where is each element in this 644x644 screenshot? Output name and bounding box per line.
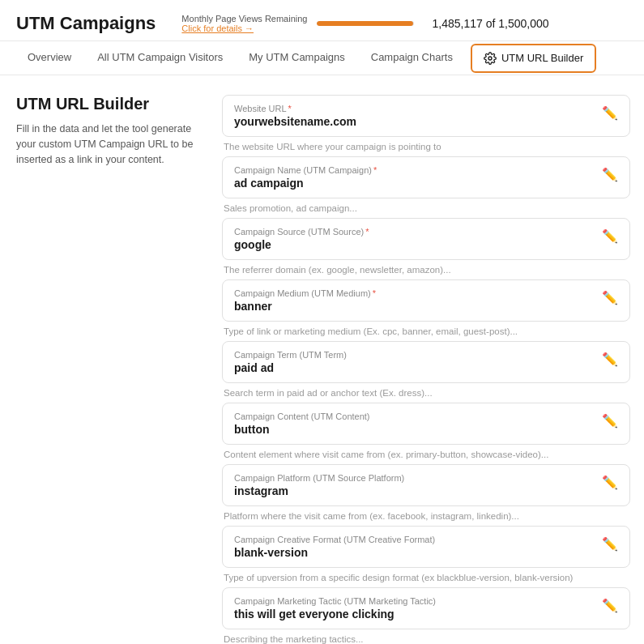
gear-icon [484, 52, 497, 65]
field-label-campaign-source: Campaign Source (UTM Source)* [234, 227, 595, 237]
field-campaign-creative-format: Campaign Creative Format (UTM Creative F… [222, 526, 630, 568]
field-value-campaign-content: button [234, 423, 595, 436]
field-label-campaign-medium: Campaign Medium (UTM Medium)* [234, 288, 595, 298]
field-value-website-url: yourwebsitename.com [234, 115, 595, 128]
field-hint-campaign-creative-format: Type of upversion from a specific design… [224, 573, 630, 582]
left-panel: UTM URL Builder Fill in the data and let… [16, 95, 203, 644]
field-hint-campaign-content: Content element where visit came from (e… [224, 450, 630, 459]
field-inner-campaign-platform: Campaign Platform (UTM Source Platform) … [234, 473, 595, 497]
field-inner-campaign-content: Campaign Content (UTM Content) button [234, 412, 595, 436]
field-campaign-marketing-tactic: Campaign Marketing Tactic (UTM Marketing… [222, 587, 630, 629]
nav: Overview All UTM Campaign Visitors My UT… [0, 41, 644, 75]
field-inner-campaign-source: Campaign Source (UTM Source)* google [234, 227, 595, 251]
edit-icon-campaign-content[interactable]: ✏️ [595, 413, 618, 429]
builder-title: UTM URL Builder [16, 95, 203, 113]
field-value-campaign-creative-format: blank-version [234, 546, 595, 559]
field-hint-website-url: The website URL where your campaign is p… [224, 142, 630, 151]
field-hint-campaign-platform: Platform where the visit came from (ex. … [224, 511, 630, 521]
field-hint-campaign-marketing-tactic: Describing the marketing tactics... [224, 634, 630, 644]
page-views-block: Monthly Page Views Remaining Click for d… [181, 14, 307, 33]
progress-wrap: 1,485,117 of 1,500,000 [317, 17, 548, 30]
field-inner-campaign-marketing-tactic: Campaign Marketing Tactic (UTM Marketing… [234, 596, 595, 621]
field-label-campaign-creative-format: Campaign Creative Format (UTM Creative F… [234, 535, 595, 544]
edit-icon-campaign-platform[interactable]: ✏️ [595, 475, 618, 490]
header: UTM Campaigns Monthly Page Views Remaini… [0, 0, 644, 41]
field-inner-website-url: Website URL* yourwebsitename.com [234, 104, 595, 128]
field-inner-campaign-creative-format: Campaign Creative Format (UTM Creative F… [234, 535, 595, 559]
field-value-campaign-medium: banner [234, 300, 595, 313]
field-value-campaign-source: google [234, 238, 595, 251]
field-campaign-platform: Campaign Platform (UTM Source Platform) … [222, 464, 630, 506]
field-hint-campaign-source: The referrer domain (ex. google, newslet… [224, 265, 630, 275]
field-hint-campaign-name: Sales promotion, ad campaign... [224, 203, 630, 213]
field-inner-campaign-term: Campaign Term (UTM Term) paid ad [234, 350, 595, 374]
edit-icon-campaign-source[interactable]: ✏️ [595, 228, 618, 244]
field-website-url: Website URL* yourwebsitename.com ✏️ [222, 95, 630, 137]
field-campaign-term: Campaign Term (UTM Term) paid ad ✏️ [222, 341, 630, 383]
field-value-campaign-marketing-tactic: this will get everyone clicking [234, 608, 595, 621]
app-title: UTM Campaigns [16, 13, 156, 34]
page-views-count: 1,485,117 of 1,500,000 [432, 17, 548, 30]
field-hint-campaign-term: Search term in paid ad or anchor text (E… [224, 388, 630, 398]
field-campaign-source: Campaign Source (UTM Source)* google ✏️ [222, 218, 630, 260]
field-value-campaign-name: ad campaign [234, 177, 595, 190]
field-label-campaign-term: Campaign Term (UTM Term) [234, 350, 595, 360]
field-campaign-content: Campaign Content (UTM Content) button ✏️ [222, 403, 630, 445]
field-label-campaign-marketing-tactic: Campaign Marketing Tactic (UTM Marketing… [234, 596, 595, 606]
edit-icon-campaign-creative-format[interactable]: ✏️ [595, 536, 618, 552]
right-panel: Website URL* yourwebsitename.com ✏️ The … [222, 95, 630, 644]
edit-icon-website-url[interactable]: ✏️ [595, 105, 618, 121]
edit-icon-campaign-marketing-tactic[interactable]: ✏️ [595, 598, 618, 613]
page-views-label: Monthly Page Views Remaining [181, 14, 307, 23]
field-inner-campaign-name: Campaign Name (UTM Campaign)* ad campaig… [234, 165, 595, 190]
nav-item-all-visitors[interactable]: All UTM Campaign Visitors [86, 41, 234, 75]
edit-icon-campaign-name[interactable]: ✏️ [595, 167, 618, 182]
field-label-website-url: Website URL* [234, 104, 595, 113]
page-views-link[interactable]: Click for details → [181, 23, 307, 33]
nav-item-utm-label: UTM URL Builder [501, 52, 583, 64]
progress-bar-fill [317, 21, 413, 26]
field-inner-campaign-medium: Campaign Medium (UTM Medium)* banner [234, 288, 595, 313]
field-label-campaign-platform: Campaign Platform (UTM Source Platform) [234, 473, 595, 483]
field-value-campaign-platform: instagram [234, 484, 595, 497]
progress-bar [317, 21, 414, 26]
field-campaign-medium: Campaign Medium (UTM Medium)* banner ✏️ [222, 279, 630, 322]
field-hint-campaign-medium: Type of link or marketing medium (Ex. cp… [224, 326, 630, 336]
field-value-campaign-term: paid ad [234, 361, 595, 374]
field-campaign-name: Campaign Name (UTM Campaign)* ad campaig… [222, 156, 630, 198]
edit-icon-campaign-medium[interactable]: ✏️ [595, 290, 618, 305]
field-label-campaign-content: Campaign Content (UTM Content) [234, 412, 595, 421]
edit-icon-campaign-term[interactable]: ✏️ [595, 352, 618, 367]
content: UTM URL Builder Fill in the data and let… [0, 75, 644, 644]
nav-item-utm-url-builder[interactable]: UTM URL Builder [471, 44, 596, 73]
svg-point-0 [488, 57, 492, 60]
nav-item-my-campaigns[interactable]: My UTM Campaigns [237, 41, 356, 75]
builder-description: Fill in the data and let the tool genera… [16, 122, 203, 167]
field-label-campaign-name: Campaign Name (UTM Campaign)* [234, 165, 595, 175]
nav-item-overview[interactable]: Overview [16, 41, 83, 75]
nav-item-campaign-charts[interactable]: Campaign Charts [360, 41, 464, 75]
